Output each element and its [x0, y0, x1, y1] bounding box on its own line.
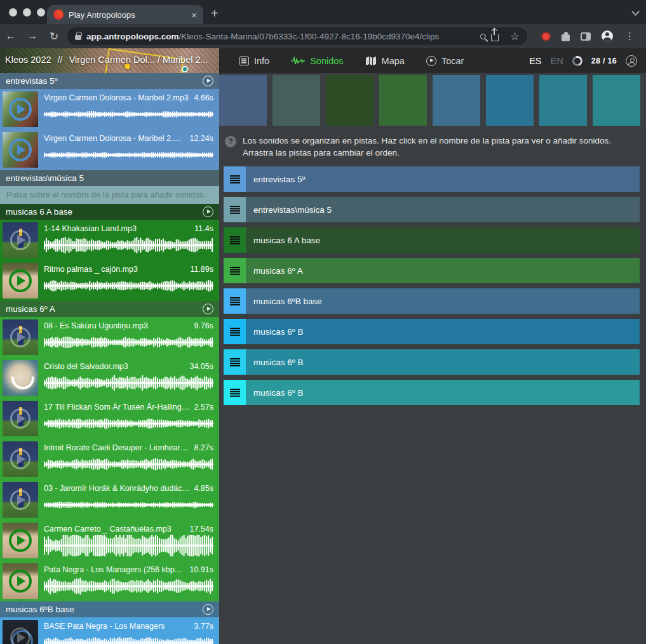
tab-close-icon[interactable]: × — [191, 10, 197, 20]
clip-item[interactable]: Ritmo palmas _ cajón.mp311.89s — [0, 260, 219, 301]
clip-thumbnail[interactable] — [3, 222, 38, 258]
track-row[interactable]: musicas 6º B — [224, 319, 640, 344]
track-row-body[interactable]: musicas 6 A base — [246, 227, 640, 253]
bookmark-star-icon[interactable]: ☆ — [510, 30, 520, 43]
clip-name[interactable]: Ritmo palmas _ cajón.mp3 — [44, 265, 186, 274]
clip-name[interactable]: Pata Negra - Los Managers (256 kbps).mp3 — [44, 565, 185, 574]
clip-item[interactable]: Pata Negra - Los Managers (256 kbps).mp3… — [0, 561, 219, 601]
lang-es-button[interactable]: ES — [529, 56, 541, 66]
track-section-name[interactable]: musicas 6 A base — [6, 207, 203, 217]
clip-name[interactable]: 1-14 Khakasian Land.mp3 — [44, 224, 191, 233]
track-drag-handle[interactable] — [224, 197, 246, 222]
forward-button[interactable]: → — [22, 30, 43, 43]
share-icon[interactable] — [491, 34, 499, 41]
back-button[interactable]: ← — [0, 30, 22, 43]
clip-waveform[interactable] — [44, 413, 213, 434]
clip-thumbnail[interactable] — [3, 401, 38, 436]
track-row[interactable]: musicas 6ºB base — [224, 288, 640, 314]
track-play-icon[interactable] — [203, 206, 213, 217]
clip-item[interactable]: Carmen Carreto _ Castañuelas.mp317.54s — [0, 520, 219, 561]
track-row-body[interactable]: entrevistas\música 5 — [246, 197, 640, 222]
lang-en-button[interactable]: EN — [551, 56, 563, 66]
clip-name[interactable]: Carmen Carreto _ Castañuelas.mp3 — [44, 525, 185, 533]
window-close-icon[interactable] — [9, 8, 17, 17]
browser-menu-icon[interactable]: ⋮ — [625, 30, 635, 42]
clip-item[interactable]: 1-14 Khakasian Land.mp311.4s — [0, 220, 219, 260]
clip-item[interactable]: Virgen Carmen Dolorosa - Maribel 2.mp34.… — [0, 89, 219, 130]
track-row-label[interactable]: musicas 6º A — [253, 266, 303, 276]
track-row-body[interactable]: musicas 6º B — [246, 349, 640, 375]
track-row-label[interactable]: musicas 6º B — [253, 358, 303, 367]
clip-waveform[interactable] — [44, 453, 213, 475]
track-drag-handle[interactable] — [224, 349, 246, 375]
tab-mapa[interactable]: Mapa — [356, 48, 414, 73]
clip-thumbnail[interactable] — [3, 91, 38, 127]
clip-name[interactable]: Virgen Carmen Dolorosa - Maribel 2.mp3 — [44, 134, 185, 143]
tab-tocar[interactable]: Tocar — [417, 48, 473, 73]
track-row[interactable]: musicas 6º B — [224, 380, 640, 405]
clip-thumbnail[interactable] — [3, 563, 38, 599]
clip-waveform[interactable] — [44, 535, 213, 556]
track-row-label[interactable]: musicas 6ºB base — [253, 297, 322, 306]
clip-thumbnail[interactable] — [3, 441, 38, 477]
track-section-name[interactable]: musicas 6º A — [6, 304, 203, 314]
clip-waveform[interactable] — [44, 234, 213, 256]
window-maximize-icon[interactable] — [37, 8, 45, 17]
clip-waveform[interactable] — [44, 372, 213, 394]
track-row-label[interactable]: musicas 6 A base — [253, 236, 320, 245]
track-section-header[interactable]: entrevistas 5º — [0, 73, 219, 89]
clip-tile[interactable] — [539, 75, 587, 126]
track-play-icon[interactable] — [203, 76, 213, 86]
clip-item[interactable]: 03 - Jaromír Horák & Konrádyho dudácká .… — [0, 480, 219, 520]
clip-name[interactable]: 08 - Es Sakūru Uguntiņu.mp3 — [44, 321, 190, 330]
track-drag-handle[interactable] — [224, 227, 246, 253]
clip-item[interactable]: Introit Rorate Caeli Desuper - Lionheart… — [0, 439, 219, 480]
track-section-header[interactable]: entrevistas\música 5 — [0, 170, 219, 186]
tab-sonidos[interactable]: Sonidos — [282, 48, 352, 73]
track-section-name[interactable]: musicas 6ºB base — [6, 605, 203, 614]
clip-item[interactable]: 17 Till Flickan Som Är Tusen År-Halling … — [0, 398, 219, 439]
browser-tab[interactable]: Play Antropoloops × — [47, 5, 203, 24]
clip-waveform[interactable] — [44, 332, 213, 353]
track-row[interactable]: musicas 6 A base — [224, 227, 640, 253]
clip-tile[interactable] — [273, 75, 320, 126]
new-tab-button[interactable]: + — [211, 6, 219, 21]
track-row-label[interactable]: entrevistas\música 5 — [253, 205, 332, 215]
window-controls[interactable] — [9, 8, 45, 17]
track-row-label[interactable]: entrevistas 5º — [253, 175, 305, 184]
track-section-header[interactable]: musicas 6 A base — [0, 204, 219, 220]
track-row-body[interactable]: entrevistas 5º — [246, 166, 640, 192]
track-play-icon[interactable] — [203, 604, 213, 615]
track-drag-handle[interactable] — [224, 166, 246, 192]
side-panel-icon[interactable] — [581, 32, 591, 41]
clip-thumbnail[interactable] — [3, 263, 38, 299]
zoom-icon[interactable] — [480, 34, 486, 39]
track-section-header[interactable]: musicas 6ºB base — [0, 601, 219, 617]
clip-thumbnail[interactable] — [3, 319, 38, 355]
clip-tile[interactable] — [219, 75, 267, 126]
clip-thumbnail[interactable] — [3, 132, 38, 168]
track-drag-handle[interactable] — [224, 380, 246, 405]
window-minimize-icon[interactable] — [23, 8, 31, 17]
track-row-body[interactable]: musicas 6ºB base — [246, 288, 640, 314]
clip-name[interactable]: 17 Till Flickan Som Är Tusen År-Halling … — [44, 403, 190, 412]
track-section-header[interactable]: musicas 6º A — [0, 301, 219, 317]
track-row[interactable]: musicas 6º A — [224, 258, 640, 283]
map-thumbnail-banner[interactable]: Kleos 2022 // Virgen Carmen Dol... / Mar… — [0, 48, 219, 73]
track-row[interactable]: entrevistas\música 5 — [224, 197, 640, 222]
clip-name[interactable]: BASE Pata Negra - Los Managers — [44, 622, 190, 631]
record-extension-icon[interactable] — [541, 32, 551, 41]
clip-waveform[interactable] — [44, 494, 213, 516]
track-row-label[interactable]: musicas 6º B — [253, 327, 303, 337]
track-row[interactable]: musicas 6º B — [224, 349, 640, 375]
clip-tile[interactable] — [326, 75, 373, 126]
clip-waveform[interactable] — [44, 104, 213, 125]
track-row-label[interactable]: musicas 6º B — [253, 388, 303, 398]
track-section-name[interactable]: entrevistas 5º — [6, 76, 203, 86]
clip-name[interactable]: Introit Rorate Caeli Desuper - Lionheart… — [44, 443, 190, 452]
track-row-body[interactable]: musicas 6º B — [246, 380, 640, 405]
clip-waveform[interactable] — [44, 144, 213, 166]
address-bar[interactable]: app.antropoloops.com/Kleos-Santa-Marina/… — [67, 27, 527, 45]
clip-waveform[interactable] — [44, 632, 213, 644]
tab-info[interactable]: Info — [231, 48, 278, 73]
